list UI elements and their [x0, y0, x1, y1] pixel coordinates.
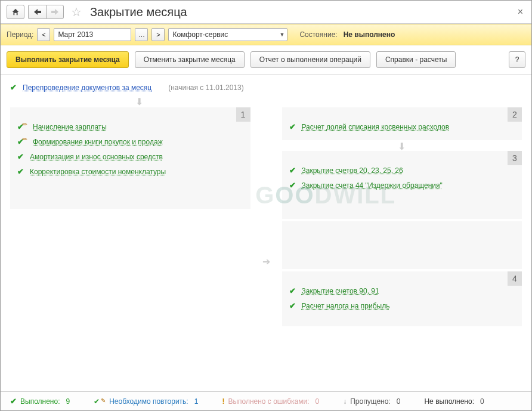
op-close-20[interactable]: Закрытие счетов 20, 23, 25, 26 [302, 166, 403, 175]
group-number-4: 4 [508, 271, 522, 286]
check-icon: ✔ [17, 152, 24, 161]
op-profit-tax[interactable]: Расчет налога на прибыль [302, 302, 390, 310]
op-row: ✔ Амортизация и износ основных средств [16, 149, 245, 164]
op-row: ✔ Расчет налога на прибыль [288, 298, 516, 313]
close-button[interactable]: × [515, 4, 525, 20]
repeat-label: Необходимо повторить: [109, 397, 188, 406]
operations-report-button[interactable]: Отчет о выполнении операций [250, 51, 370, 68]
columns: 1 ✔✎ Начисление зарплаты ✔✎ Формирование… [10, 107, 522, 391]
help-button[interactable]: ? [509, 51, 525, 68]
group-number-3: 3 [508, 151, 522, 165]
month-close-window: ☆ Закрытие месяца × Период: < Март 2013 … [0, 0, 532, 411]
repeat-icon: ✔✎ [94, 397, 106, 406]
error-icon: ! [222, 397, 224, 406]
group-1: 1 ✔✎ Начисление зарплаты ✔✎ Формирование… [10, 107, 250, 209]
period-select-button[interactable]: … [135, 28, 148, 41]
spacer [282, 221, 522, 269]
period-prev-button[interactable]: < [37, 28, 50, 41]
check-icon: ✔ [289, 286, 296, 295]
group-number-1: 1 [236, 107, 250, 122]
forward-button[interactable] [46, 5, 64, 19]
action-bar: Выполнить закрытие месяца Отменить закры… [1, 45, 531, 75]
nav-back-forward [28, 5, 64, 19]
check-icon: ✔ [289, 166, 296, 175]
organization-value: Комфорт-сервис [172, 30, 228, 39]
content-area: ✔ Перепроведение документов за месяц (на… [1, 75, 531, 391]
op-indirect-costs[interactable]: Расчет долей списания косвенных расходов [302, 123, 450, 131]
back-button[interactable] [28, 5, 46, 19]
op-close-90[interactable]: Закрытие счетов 90, 91 [302, 287, 379, 295]
op-cost-correction[interactable]: Корректировка стоимости номенклатуры [30, 168, 166, 176]
check-icon: ✔ [289, 122, 296, 131]
period-bar: Период: < Март 2013 … > Комфорт-сервис ▼… [1, 24, 531, 45]
period-label: Период: [7, 30, 33, 39]
op-salary[interactable]: Начисление зарплаты [33, 123, 107, 131]
op-amortization[interactable]: Амортизация и износ основных средств [30, 153, 163, 161]
footer-done: ✔ Выполнено: 9 [10, 397, 70, 406]
op-book[interactable]: Формирование книги покупок и продаж [33, 138, 163, 146]
notdone-label: Не выполнено: [424, 397, 474, 406]
flow-arrow-right-icon: ➔ [262, 256, 270, 267]
done-count: 9 [66, 397, 70, 406]
check-icon: ✔ [17, 167, 24, 176]
status-value: Не выполнено [344, 30, 395, 39]
column-2: 2 ✔ Расчет долей списания косвенных расх… [282, 107, 522, 391]
footer-notdone: Не выполнено: 0 [424, 397, 484, 406]
footer-error: ! Выполнено с ошибками: 0 [222, 397, 319, 406]
done-label: Выполнено: [20, 397, 60, 406]
error-count: 0 [316, 397, 320, 406]
footer-repeat: ✔✎ Необходимо повторить: 1 [94, 397, 198, 406]
titlebar: ☆ Закрытие месяца × [1, 1, 531, 24]
period-value: Март 2013 [58, 30, 93, 39]
op-row: ✔ Закрытие счетов 90, 91 [288, 283, 516, 298]
cancel-close-button[interactable]: Отменить закрытие месяца [135, 51, 245, 68]
check-pencil-icon: ✔✎ [17, 137, 27, 146]
check-icon: ✔ [289, 181, 296, 190]
flow-arrow-down-icon: ⬇ [282, 143, 522, 151]
status-footer: ✔ Выполнено: 9 ✔✎ Необходимо повторить: … [1, 391, 531, 410]
op-row: ✔ Расчет долей списания косвенных расход… [288, 119, 516, 134]
window-title: Закрытие месяца [90, 5, 187, 19]
footer-skip: ↓ Пропущено: 0 [343, 397, 400, 406]
notdone-count: 0 [480, 397, 484, 406]
op-close-44[interactable]: Закрытие счета 44 "Издержки обращения" [302, 181, 443, 190]
reprov-note: (начиная с 11.01.2013) [168, 84, 244, 92]
reprov-link[interactable]: Перепроведение документов за месяц [23, 84, 151, 92]
skip-label: Пропущено: [350, 397, 391, 406]
organization-field[interactable]: Комфорт-сервис ▼ [168, 28, 287, 41]
op-row: ✔ Закрытие счета 44 "Издержки обращения" [288, 178, 516, 193]
check-icon: ✔ [289, 301, 296, 310]
op-row: ✔✎ Формирование книги покупок и продаж [16, 134, 245, 149]
error-label: Выполнено с ошибками: [228, 397, 309, 406]
group-2: 2 ✔ Расчет долей списания косвенных расх… [282, 107, 522, 140]
period-field[interactable]: Март 2013 [54, 28, 131, 41]
column-1: 1 ✔✎ Начисление зарплаты ✔✎ Формирование… [10, 107, 250, 391]
execute-close-button[interactable]: Выполнить закрытие месяца [7, 51, 129, 68]
group-4: 4 ✔ Закрытие счетов 90, 91 ✔ Расчет нало… [282, 271, 522, 326]
check-icon: ✔ [10, 397, 17, 406]
favorite-star-icon[interactable]: ☆ [71, 5, 82, 19]
reprovisioning-row: ✔ Перепроведение документов за месяц (на… [10, 79, 522, 97]
check-icon: ✔ [10, 83, 17, 92]
group-number-2: 2 [508, 107, 522, 122]
op-row: ✔ Корректировка стоимости номенклатуры [16, 164, 245, 179]
group-3: 3 ✔ Закрытие счетов 20, 23, 25, 26 ✔ Зак… [282, 151, 522, 219]
status-label: Состояние: [299, 30, 337, 39]
skip-icon: ↓ [343, 397, 347, 406]
skip-count: 0 [397, 397, 401, 406]
home-button[interactable] [7, 5, 24, 19]
dropdown-icon: ▼ [280, 32, 285, 38]
check-pencil-icon: ✔✎ [17, 122, 27, 131]
repeat-count: 1 [194, 397, 199, 406]
period-next-button[interactable]: > [151, 28, 165, 41]
op-row: ✔✎ Начисление зарплаты [16, 119, 245, 134]
references-button[interactable]: Справки - расчеты [376, 51, 456, 68]
op-row: ✔ Закрытие счетов 20, 23, 25, 26 [288, 163, 516, 178]
flow-arrow-down-icon: ⬇ [135, 98, 522, 106]
